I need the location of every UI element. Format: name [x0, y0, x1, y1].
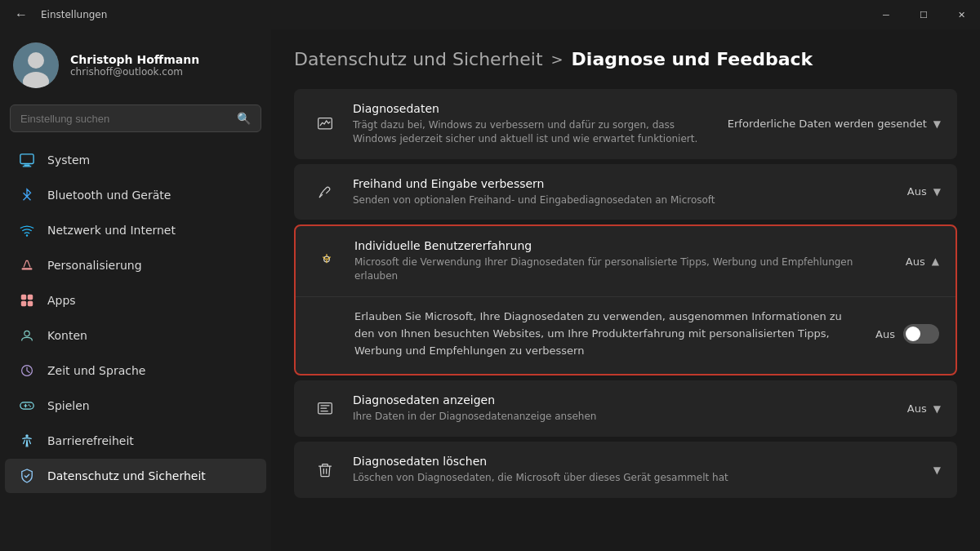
user-profile[interactable]: Christoph Hoffmann chrishoff@outlook.com: [0, 29, 271, 104]
sidebar-item-apps[interactable]: Apps: [5, 283, 266, 318]
card-control-freihand[interactable]: Aus ▼: [907, 185, 941, 198]
card-desc-diagnosedaten: Trägt dazu bei, Windows zu verbessern un…: [353, 118, 715, 146]
back-button[interactable]: ←: [10, 7, 33, 22]
user-name: Christoph Hoffmann: [70, 53, 199, 66]
settings-card-diagnosedaten_loeschen: Diagnosedaten löschen Löschen von Diagno…: [294, 442, 957, 498]
sidebar-item-time[interactable]: Zeit und Sprache: [5, 353, 266, 388]
card-control-diagnosedaten_loeschen[interactable]: ▼: [933, 464, 941, 476]
card-icon-diagnosedaten: [310, 109, 340, 139]
card-desc-diagnosedaten_loeschen: Löschen von Diagnosedaten, die Microsoft…: [353, 471, 920, 485]
card-desc-freihand: Senden von optionalen Freihand- und Eing…: [353, 193, 894, 207]
content-area: Datenschutz und Sicherheit > Diagnose un…: [271, 29, 980, 551]
sidebar-item-gaming[interactable]: Spielen: [5, 389, 266, 423]
nav-label-time: Zeit und Sprache: [47, 364, 145, 377]
svg-rect-5: [23, 166, 32, 167]
card-icon-freihand: [310, 177, 340, 207]
toggle-group-benutzererfahrung[interactable]: Aus: [875, 324, 939, 344]
card-title-freihand: Freihand und Eingabe verbessern: [353, 177, 894, 190]
card-text-benutzererfahrung: Individuelle Benutzererfahrung Microsoft…: [354, 239, 893, 283]
card-text-diagnosedaten_loeschen: Diagnosedaten löschen Löschen von Diagno…: [353, 455, 920, 485]
search-icon: 🔍: [237, 112, 251, 125]
svg-point-17: [25, 434, 29, 438]
card-text-freihand: Freihand und Eingabe verbessern Senden v…: [353, 177, 894, 207]
card-control-diagnosedaten_anzeigen[interactable]: Aus ▼: [907, 402, 941, 415]
card-control-value-benutzererfahrung: Aus: [906, 256, 925, 268]
sidebar-item-privacy[interactable]: Datenschutz und Sicherheit: [5, 459, 266, 493]
nav-icon-accounts: [18, 327, 36, 344]
titlebar-controls: ─ ☐ ✕: [867, 0, 980, 29]
card-title-diagnosedaten_loeschen: Diagnosedaten löschen: [353, 455, 920, 468]
card-control-value-diagnosedaten_anzeigen: Aus: [907, 402, 927, 415]
maximize-button[interactable]: ☐: [905, 0, 942, 29]
chevron-diagnosedaten_loeschen: ▼: [933, 464, 941, 476]
nav-label-accessibility: Barrierefreiheit: [47, 434, 134, 447]
settings-cards-list: Diagnosedaten Trägt dazu bei, Windows zu…: [294, 89, 957, 498]
card-row-diagnosedaten_anzeigen[interactable]: Diagnosedaten anzeigen Ihre Daten in der…: [294, 380, 957, 437]
nav-label-gaming: Spielen: [47, 399, 90, 412]
settings-card-freihand: Freihand und Eingabe verbessern Senden v…: [294, 164, 957, 220]
svg-rect-10: [21, 301, 26, 306]
sidebar-item-system[interactable]: System: [5, 143, 266, 177]
main-layout: Christoph Hoffmann chrishoff@outlook.com…: [0, 29, 980, 551]
chevron-diagnosedaten: ▼: [933, 118, 941, 130]
breadcrumb: Datenschutz und Sicherheit > Diagnose un…: [294, 49, 957, 69]
sidebar-item-network[interactable]: Netzwerk und Internet: [5, 213, 266, 247]
nav-label-privacy: Datenschutz und Sicherheit: [47, 469, 206, 482]
card-row-diagnosedaten[interactable]: Diagnosedaten Trägt dazu bei, Windows zu…: [294, 89, 957, 159]
svg-rect-4: [24, 164, 29, 166]
titlebar-title: Einstellungen: [41, 9, 107, 20]
breadcrumb-current: Diagnose und Feedback: [572, 49, 813, 69]
settings-card-diagnosedaten: Diagnosedaten Trägt dazu bei, Windows zu…: [294, 89, 957, 159]
card-icon-diagnosedaten_anzeigen: [310, 394, 340, 424]
chevron-freihand: ▼: [933, 186, 941, 198]
search-container: 🔍: [0, 104, 271, 142]
svg-rect-8: [21, 295, 26, 300]
nav-icon-network: [18, 221, 36, 239]
nav-label-accounts: Konten: [47, 329, 87, 342]
nav-label-apps: Apps: [47, 294, 76, 307]
toggle-label-benutzererfahrung: Aus: [875, 328, 895, 340]
settings-card-benutzererfahrung: Individuelle Benutzererfahrung Microsoft…: [294, 224, 957, 375]
sidebar-item-bluetooth[interactable]: Bluetooth und Geräte: [5, 178, 266, 212]
search-box[interactable]: 🔍: [10, 104, 261, 132]
svg-rect-7: [22, 268, 33, 269]
card-text-diagnosedaten: Diagnosedaten Trägt dazu bei, Windows zu…: [353, 102, 715, 146]
sidebar-item-accessibility[interactable]: Barrierefreiheit: [5, 424, 266, 458]
svg-point-16: [29, 406, 31, 407]
card-expanded-benutzererfahrung: Erlauben Sie Microsoft, Ihre Diagnosedat…: [296, 296, 956, 374]
svg-point-15: [29, 404, 30, 406]
search-input[interactable]: [20, 113, 230, 125]
nav-icon-gaming: [18, 397, 36, 415]
nav-icon-privacy: [18, 467, 36, 485]
card-control-value-freihand: Aus: [907, 185, 927, 198]
card-control-benutzererfahrung[interactable]: Aus ▲: [906, 256, 939, 268]
chevron-benutzererfahrung: ▲: [932, 256, 939, 267]
nav-icon-bluetooth: [18, 186, 36, 204]
card-control-diagnosedaten[interactable]: Erforderliche Daten werden gesendet ▼: [728, 118, 941, 130]
close-button[interactable]: ✕: [942, 0, 980, 29]
card-text-diagnosedaten_anzeigen: Diagnosedaten anzeigen Ihre Daten in der…: [353, 393, 894, 424]
nav-icon-apps: [18, 291, 36, 309]
nav-label-bluetooth: Bluetooth und Geräte: [47, 189, 171, 202]
titlebar: ← Einstellungen ─ ☐ ✕: [0, 0, 980, 29]
breadcrumb-separator: >: [551, 51, 564, 68]
svg-point-6: [26, 234, 28, 236]
svg-rect-3: [20, 154, 33, 164]
minimize-button[interactable]: ─: [867, 0, 905, 29]
card-expanded-text-benutzererfahrung: Erlauben Sie Microsoft, Ihre Diagnosedat…: [354, 309, 862, 359]
nav-list: System Bluetooth und Geräte Netzwerk und…: [0, 142, 271, 494]
card-row-diagnosedaten_loeschen[interactable]: Diagnosedaten löschen Löschen von Diagno…: [294, 442, 957, 498]
card-icon-diagnosedaten_loeschen: [310, 455, 340, 485]
card-row-benutzererfahrung[interactable]: Individuelle Benutzererfahrung Microsoft…: [296, 226, 956, 296]
chevron-diagnosedaten_anzeigen: ▼: [933, 403, 941, 415]
nav-label-personalization: Personalisierung: [47, 259, 142, 272]
sidebar-item-accounts[interactable]: Konten: [5, 318, 266, 353]
sidebar-item-personalization[interactable]: Personalisierung: [5, 248, 266, 282]
toggle-benutzererfahrung[interactable]: [903, 324, 939, 344]
card-title-benutzererfahrung: Individuelle Benutzererfahrung: [354, 239, 893, 252]
user-email: chrishoff@outlook.com: [70, 66, 199, 78]
svg-point-12: [24, 331, 29, 335]
svg-rect-11: [28, 301, 33, 306]
settings-card-diagnosedaten_anzeigen: Diagnosedaten anzeigen Ihre Daten in der…: [294, 380, 957, 437]
card-row-freihand[interactable]: Freihand und Eingabe verbessern Senden v…: [294, 164, 957, 220]
